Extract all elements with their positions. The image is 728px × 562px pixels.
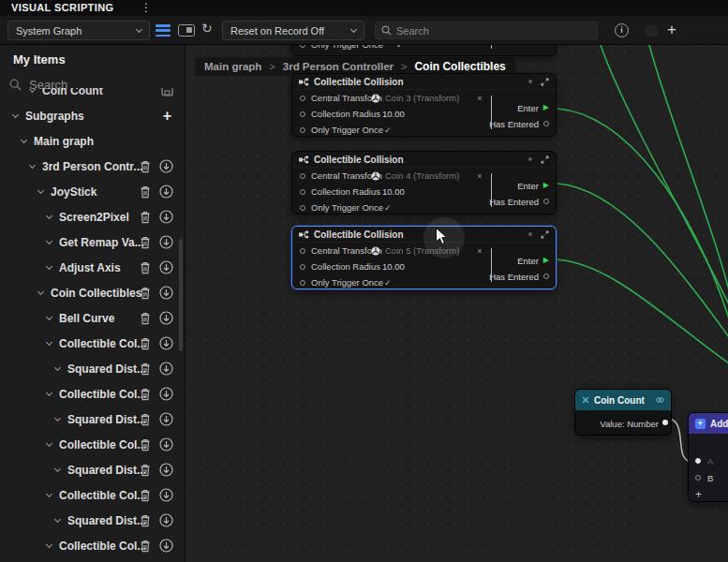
node-header[interactable]: Coin Count xyxy=(575,390,671,410)
sidebar-item-bell-curve[interactable]: Bell Curve xyxy=(0,305,185,331)
save-icon[interactable] xyxy=(161,88,173,96)
checkbox-checked-icon[interactable]: ✓ xyxy=(384,203,392,213)
input-port[interactable] xyxy=(300,111,305,117)
trash-icon[interactable] xyxy=(140,185,151,199)
sidebar-item-screen2pixel[interactable]: Screen2Pixel xyxy=(0,204,185,229)
trash-icon[interactable] xyxy=(140,388,151,401)
checkbox-checked-icon[interactable]: ✓ xyxy=(384,278,392,288)
chevron-down-icon[interactable] xyxy=(46,339,52,346)
has-entered-port[interactable]: Has Entered xyxy=(489,270,549,283)
chevron-down-icon[interactable] xyxy=(46,238,52,244)
input-port-a[interactable] xyxy=(695,458,701,464)
sidebar-item-3rd-person-controller[interactable]: 3rd Person Contr... xyxy=(0,154,185,179)
download-icon[interactable] xyxy=(159,311,173,325)
download-icon[interactable] xyxy=(159,513,173,527)
sidebar-item-main-graph[interactable]: Main graph xyxy=(0,128,185,154)
info-icon[interactable]: i xyxy=(615,23,629,37)
refresh-icon[interactable]: ↻ xyxy=(201,21,213,36)
expand-icon[interactable] xyxy=(541,230,549,239)
chevron-down-icon[interactable] xyxy=(29,88,36,93)
has-entered-port[interactable]: Has Entered xyxy=(489,117,549,130)
sidebar-item-squared-distance[interactable]: Squared Dist... xyxy=(0,508,185,533)
close-icon[interactable]: × xyxy=(477,171,482,181)
toolbar-search[interactable] xyxy=(375,22,598,39)
sidebar-item-squared-distance[interactable]: Squared Dist... xyxy=(0,407,185,432)
panel-toggle-icon[interactable] xyxy=(178,24,195,37)
trash-icon[interactable] xyxy=(140,413,151,426)
chevron-down-icon[interactable] xyxy=(46,213,52,219)
object-field[interactable]: Coin 4 (Transform) × xyxy=(371,170,483,181)
chevron-down-icon[interactable] xyxy=(54,516,61,523)
trash-icon[interactable] xyxy=(140,160,151,173)
gear-icon[interactable] xyxy=(528,232,532,236)
input-port[interactable] xyxy=(300,96,305,101)
download-icon[interactable] xyxy=(159,387,173,401)
sidebar-item-adjust-axis[interactable]: Adjust Axis xyxy=(0,255,185,280)
download-icon[interactable] xyxy=(159,437,173,451)
chevron-down-icon[interactable] xyxy=(46,440,52,447)
output-port[interactable] xyxy=(543,199,549,204)
coin-count-node[interactable]: Coin Count Value: Number xyxy=(574,389,672,436)
download-icon[interactable] xyxy=(159,260,173,274)
chevron-down-icon[interactable] xyxy=(46,314,52,320)
download-icon[interactable] xyxy=(159,412,173,426)
toolbar-search-input[interactable] xyxy=(396,25,591,37)
download-icon[interactable] xyxy=(159,539,173,553)
download-icon[interactable] xyxy=(159,210,173,224)
trash-icon[interactable] xyxy=(140,287,151,300)
sidebar-item-get-remap-value[interactable]: Get Remap Va... xyxy=(0,229,185,255)
add-icon[interactable]: + xyxy=(667,21,676,39)
download-icon[interactable] xyxy=(159,185,173,199)
radius-value[interactable]: 10.00 xyxy=(382,186,405,197)
chevron-down-icon[interactable] xyxy=(46,390,52,396)
sidebar-item-squared-distance[interactable]: Squared Dist... xyxy=(0,457,185,482)
kebab-menu-icon[interactable]: ⋮ xyxy=(141,1,152,14)
gear-icon[interactable] xyxy=(528,157,532,161)
enter-port[interactable]: Enter ▶ xyxy=(517,101,549,114)
has-entered-port[interactable]: Has Entered xyxy=(489,195,549,208)
trash-icon[interactable] xyxy=(140,312,151,325)
sidebar-item-coin-count[interactable]: Coin Count xyxy=(0,88,185,103)
expand-icon[interactable] xyxy=(541,78,549,86)
collision-node-2[interactable]: Collectible Collision Central Transform … xyxy=(291,151,557,214)
graph-canvas[interactable]: Only Trigger Once ✓ Main graph > 3rd Per… xyxy=(185,45,728,562)
collision-node-partial[interactable]: Only Trigger Once ✓ xyxy=(291,45,557,56)
input-port[interactable] xyxy=(300,173,305,179)
expand-icon[interactable] xyxy=(541,155,549,164)
collision-node-1[interactable]: Collectible Collision Central Transform … xyxy=(291,73,557,137)
value-output-port[interactable] xyxy=(662,420,668,425)
input-port[interactable] xyxy=(300,264,305,270)
download-icon[interactable] xyxy=(159,463,173,477)
input-port[interactable] xyxy=(300,280,305,286)
trash-icon[interactable] xyxy=(140,362,151,376)
radius-value[interactable]: 10.00 xyxy=(382,109,405,119)
hamburger-menu-icon[interactable] xyxy=(156,24,171,37)
trash-icon[interactable] xyxy=(140,261,151,274)
breadcrumb-3rd-person-controller[interactable]: 3rd Person Controller xyxy=(283,61,394,72)
download-icon[interactable] xyxy=(159,286,173,300)
chevron-down-icon[interactable] xyxy=(54,364,61,371)
trash-icon[interactable] xyxy=(140,514,151,527)
sidebar-item-squared-distance[interactable]: Squared Dist... xyxy=(0,356,185,381)
chevron-down-icon[interactable] xyxy=(46,491,52,497)
sidebar-item-collectible-collision[interactable]: Collectible Col... xyxy=(0,482,185,508)
sidebar-item-collectible-collision[interactable]: Collectible Col... xyxy=(0,331,185,356)
port-a-row[interactable]: A xyxy=(689,452,728,469)
sidebar-item-joystick[interactable]: JoyStick xyxy=(0,179,185,204)
output-port[interactable] xyxy=(543,121,549,126)
sidebar-scrollbar[interactable] xyxy=(179,239,183,351)
add-subgraph-icon[interactable]: + xyxy=(163,108,171,125)
trash-icon[interactable] xyxy=(140,211,151,224)
chevron-down-icon[interactable] xyxy=(37,187,44,194)
sidebar-item-subgraphs[interactable]: Subgraphs + xyxy=(0,103,185,128)
add-node[interactable]: + Add: Nu A B 1.00 + xyxy=(688,412,728,502)
close-icon[interactable]: × xyxy=(477,246,482,256)
graph-selector-dropdown[interactable]: System Graph xyxy=(7,21,150,40)
input-port[interactable] xyxy=(300,248,305,254)
close-icon[interactable]: × xyxy=(477,94,482,103)
download-icon[interactable] xyxy=(159,159,173,173)
input-port[interactable] xyxy=(300,205,305,211)
chevron-down-icon[interactable] xyxy=(12,111,19,118)
port-b-row[interactable]: B 1.00 xyxy=(689,469,728,486)
download-icon[interactable] xyxy=(159,235,173,249)
